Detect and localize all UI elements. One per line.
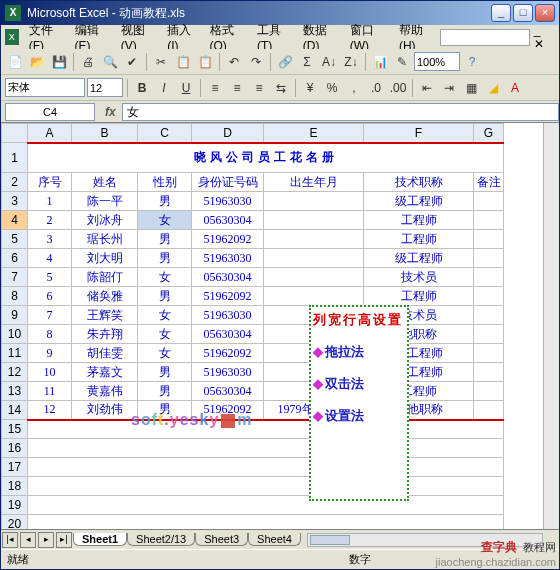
cell[interactable]: 朱卉翔 [72, 325, 138, 344]
cell[interactable]: 3 [28, 230, 72, 249]
cell[interactable]: 男 [138, 230, 192, 249]
cell[interactable]: 男 [138, 192, 192, 211]
row-6[interactable]: 6 [2, 249, 28, 268]
row-11[interactable]: 11 [2, 344, 28, 363]
cell[interactable]: 11 [28, 382, 72, 401]
row-7[interactable]: 7 [2, 268, 28, 287]
cell[interactable]: 黄嘉伟 [72, 382, 138, 401]
tab-sheet3[interactable]: Sheet3 [195, 533, 248, 546]
cell[interactable] [474, 325, 504, 344]
cell[interactable]: 女 [138, 344, 192, 363]
cell[interactable]: 51963030 [192, 363, 264, 382]
col-C[interactable]: C [138, 124, 192, 143]
hdr-note[interactable]: 备注 [474, 173, 504, 192]
row-15[interactable]: 15 [2, 420, 28, 439]
cell[interactable]: 05630304 [192, 325, 264, 344]
row-19[interactable]: 19 [2, 496, 28, 515]
dec-decimal-icon[interactable]: .00 [388, 78, 408, 98]
cell[interactable]: 琚长州 [72, 230, 138, 249]
indent-dec-icon[interactable]: ⇤ [417, 78, 437, 98]
cell[interactable]: 男 [138, 249, 192, 268]
cell[interactable]: 51962092 [192, 230, 264, 249]
row-12[interactable]: 12 [2, 363, 28, 382]
row-3[interactable]: 3 [2, 192, 28, 211]
align-left-icon[interactable]: ≡ [205, 78, 225, 98]
cell[interactable]: 05630304 [192, 211, 264, 230]
cell[interactable]: 茅嘉文 [72, 363, 138, 382]
comma-icon[interactable]: , [344, 78, 364, 98]
cell[interactable] [474, 363, 504, 382]
cell[interactable]: 刘劲伟 [72, 401, 138, 420]
tab-first-icon[interactable]: |◂ [2, 532, 18, 548]
close-button[interactable]: × [535, 4, 555, 22]
cell[interactable]: 8 [28, 325, 72, 344]
tab-next-icon[interactable]: ▸ [38, 532, 54, 548]
cell[interactable]: 6 [28, 287, 72, 306]
cell[interactable] [264, 249, 364, 268]
row-18[interactable]: 18 [2, 477, 28, 496]
menu-file[interactable]: 文件(F) [23, 22, 69, 53]
menu-help[interactable]: 帮助(H) [393, 22, 440, 53]
cell[interactable] [474, 230, 504, 249]
cell[interactable]: 1 [28, 192, 72, 211]
cell[interactable] [474, 382, 504, 401]
cell[interactable]: 51963030 [192, 192, 264, 211]
cell[interactable]: 女 [138, 268, 192, 287]
preview-icon[interactable]: 🔍 [100, 52, 120, 72]
cell[interactable]: 12 [28, 401, 72, 420]
col-E[interactable]: E [264, 124, 364, 143]
menu-data[interactable]: 数据(D) [297, 22, 344, 53]
percent-icon[interactable]: % [322, 78, 342, 98]
cell[interactable]: 男 [138, 401, 192, 420]
merge-icon[interactable]: ⇆ [271, 78, 291, 98]
spell-icon[interactable]: ✔ [122, 52, 142, 72]
hdr-title[interactable]: 技术职称 [364, 173, 474, 192]
menu-edit[interactable]: 编辑(E) [69, 22, 115, 53]
row-8[interactable]: 8 [2, 287, 28, 306]
cell[interactable]: 储奂雅 [72, 287, 138, 306]
cell[interactable] [264, 211, 364, 230]
fontsize-combo[interactable] [87, 78, 123, 97]
row-1[interactable]: 1 [2, 143, 28, 173]
redo-icon[interactable]: ↷ [246, 52, 266, 72]
hdr-id[interactable]: 身份证号码 [192, 173, 264, 192]
col-A[interactable]: A [28, 124, 72, 143]
cell[interactable]: 陈一平 [72, 192, 138, 211]
row-2[interactable]: 2 [2, 173, 28, 192]
cell[interactable]: 51963030 [192, 249, 264, 268]
cell[interactable]: 女 [138, 325, 192, 344]
new-icon[interactable]: 📄 [5, 52, 25, 72]
fx-icon[interactable]: fx [99, 105, 122, 119]
row-16[interactable]: 16 [2, 439, 28, 458]
bold-icon[interactable]: B [132, 78, 152, 98]
name-box[interactable]: C4 [5, 103, 95, 121]
help-search-input[interactable] [440, 29, 530, 46]
zoom-combo[interactable] [414, 52, 460, 71]
cell[interactable]: 51963030 [192, 306, 264, 325]
cell[interactable] [264, 192, 364, 211]
sort-desc-icon[interactable]: Z↓ [341, 52, 361, 72]
cell[interactable] [264, 230, 364, 249]
link-icon[interactable]: 🔗 [275, 52, 295, 72]
cell[interactable]: 工程师 [364, 211, 474, 230]
cell[interactable]: 级工程师 [364, 249, 474, 268]
cell[interactable]: 05630304 [192, 382, 264, 401]
cell[interactable]: 4 [28, 249, 72, 268]
cell[interactable]: 女 [138, 306, 192, 325]
vertical-scrollbar[interactable] [543, 123, 559, 529]
col-F[interactable]: F [364, 124, 474, 143]
tab-prev-icon[interactable]: ◂ [20, 532, 36, 548]
minimize-button[interactable]: _ [491, 4, 511, 22]
sheet-title[interactable]: 晓风公司员工花名册 [28, 143, 504, 173]
print-icon[interactable]: 🖨 [78, 52, 98, 72]
cell[interactable] [264, 268, 364, 287]
cell[interactable]: 9 [28, 344, 72, 363]
cell[interactable]: 工程师 [364, 230, 474, 249]
cell[interactable]: 刘冰舟 [72, 211, 138, 230]
cell[interactable]: 2 [28, 211, 72, 230]
undo-icon[interactable]: ↶ [224, 52, 244, 72]
cell[interactable] [474, 268, 504, 287]
cell[interactable]: 10 [28, 363, 72, 382]
menu-tools[interactable]: 工具(T) [251, 22, 297, 53]
cell[interactable]: 51962092 [192, 344, 264, 363]
